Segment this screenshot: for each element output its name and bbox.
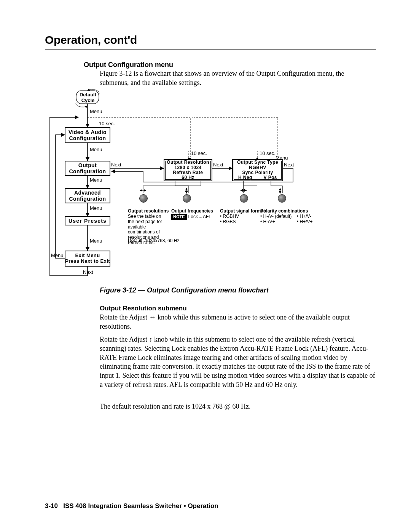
default-cycle-label: Default Cycle (78, 92, 97, 104)
col-head-outfreq: Output frequencies (171, 209, 213, 214)
section-title: Output Configuration menu (84, 61, 173, 69)
subsection-title: Output Resolution submenu (100, 305, 187, 312)
col-head-pol: Polarity combinations (260, 209, 308, 214)
node-user-presets: User Presets (65, 216, 110, 225)
ten-sec-2: 10 sec. (191, 151, 207, 157)
menu-label-2: Menu (90, 147, 102, 153)
note-text: Lock = AFL (188, 214, 211, 219)
sig-item-1: • RGBS (220, 219, 236, 225)
node-video-audio: Video & Audio Configuration (65, 127, 110, 143)
menu-label-exit: Menu (51, 253, 64, 259)
sub-p2: Rotate the Adjust ↕ knob while in this s… (100, 335, 376, 390)
node-output-resolution: Output Resolution 1280 x 1024 Refresh Ra… (164, 159, 212, 181)
page-number: 3-10 (45, 502, 58, 510)
flowchart: Default Cycle Menu 10 sec. Menu Menu Men… (49, 87, 368, 282)
ten-sec-3: 10 sec. (260, 151, 276, 157)
sig-item-0: • RGBHV (220, 214, 239, 219)
knob-icon (278, 194, 286, 203)
menu-label-1: Menu (90, 109, 102, 115)
page-header: Operation, cont'd (45, 34, 376, 50)
col-default-outres: Default: 1024x768, 60 Hz (128, 238, 179, 244)
pol-r0: • H+/V- (297, 214, 311, 219)
node-exit-menu: Exit Menu Press Next to Exit (65, 251, 110, 267)
sub-p1: Rotate the Adjust ↔ knob while this subm… (100, 313, 374, 331)
col-note-outfreq: NOTELock = AFL (171, 214, 211, 220)
col-head-outres: Output resolutions (128, 209, 169, 214)
next-label-bottom: Next (83, 270, 93, 275)
note-badge: NOTE (171, 214, 187, 220)
pol-l0: • H-/V- (default) (260, 214, 292, 219)
knob-icon (240, 194, 248, 203)
section-intro: Figure 3-12 is a flowchart that shows an… (100, 69, 366, 88)
sub-p3: The default resolution and rate is 1024 … (100, 402, 374, 411)
pol-l1: • H-/V+ (260, 219, 275, 225)
ten-sec-1: 10 sec. (99, 121, 115, 127)
menu-label-4: Menu (90, 206, 102, 211)
knob-icon (139, 194, 148, 203)
node-output-sync: Output Sync Type RGBHV Sync Polarity H N… (232, 159, 283, 181)
next-label-3: Next (284, 162, 294, 168)
next-label-1: Next (111, 162, 121, 168)
page-footer: 3-10 ISS 408 Integration Seamless Switch… (45, 502, 218, 510)
next-label-2: Next (213, 162, 223, 168)
horiz-arrows-icon: ↔ (149, 313, 156, 321)
figure-caption: Figure 3-12 — Output Configuration menu … (100, 286, 269, 294)
footer-text: ISS 408 Integration Seamless Switcher • … (63, 502, 218, 510)
page-title: Operation, cont'd (45, 34, 376, 46)
pol-r1: • H+/V+ (297, 219, 313, 225)
knob-icon (183, 194, 191, 203)
menu-label-3: Menu (90, 177, 102, 183)
node-advanced-config: Advanced Configuration (65, 188, 110, 203)
node-output-config: Output Configuration (65, 161, 110, 176)
vert-arrows-icon: ↕ (149, 335, 153, 343)
menu-label-5: Menu (90, 238, 102, 244)
col-head-outsig: Output signal format (220, 209, 265, 214)
